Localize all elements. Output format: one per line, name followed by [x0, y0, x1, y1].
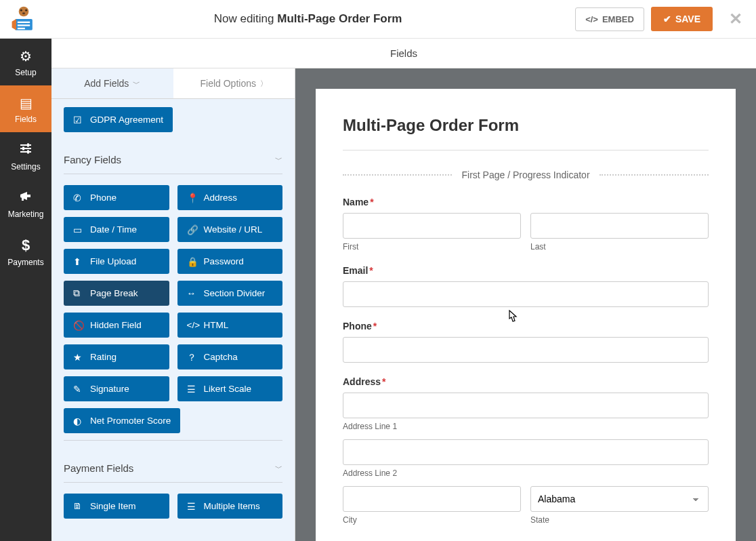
field-html[interactable]: </>HTML	[177, 313, 283, 338]
code-icon: </>	[187, 320, 197, 330]
svg-rect-9	[20, 148, 31, 149]
chevron-down-icon: ﹀	[275, 155, 282, 165]
svg-rect-8	[20, 144, 31, 146]
svg-rect-15	[22, 197, 24, 201]
svg-rect-5	[18, 22, 30, 23]
question-icon: ？	[187, 352, 197, 362]
file-icon: 🗎	[73, 501, 83, 511]
bullhorn-icon	[3, 189, 49, 206]
field-rating[interactable]: ★Rating	[64, 344, 169, 369]
field-net-promoter-score[interactable]: ◐Net Promoter Score	[64, 408, 180, 433]
calendar-icon: ▭	[73, 224, 83, 235]
sidenav: ⚙ Setup ▤ Fields Settings Marketing $ Pa…	[0, 39, 51, 541]
now-editing-label: Now editing Multi-Page Order Form	[41, 12, 575, 26]
svg-rect-11	[27, 144, 29, 147]
tab-fields[interactable]: Fields	[370, 39, 438, 68]
form-title: Multi-Page Order Form	[343, 116, 709, 151]
field-name[interactable]: Name* First Last	[343, 197, 709, 252]
field-email[interactable]: Email*	[343, 265, 709, 307]
divider-icon: ↔	[187, 288, 197, 298]
svg-rect-12	[22, 147, 24, 151]
field-address[interactable]: Address* Address Line 1 Address Line 2 C…	[343, 376, 709, 525]
field-page-break[interactable]: ⧉Page Break	[64, 281, 169, 306]
name-last-input[interactable]	[530, 213, 709, 239]
check-icon: ✔	[663, 14, 671, 24]
field-website-url[interactable]: 🔗Website / URL	[177, 217, 283, 242]
sidenav-setup[interactable]: ⚙ Setup	[0, 39, 51, 85]
field-likert-scale[interactable]: ☰Likert Scale	[177, 376, 283, 401]
address-state-select[interactable]: Alabama	[530, 486, 709, 512]
eye-off-icon: 🚫	[73, 320, 83, 330]
sublabel-city: City	[343, 515, 521, 525]
sidenav-marketing[interactable]: Marketing	[0, 180, 51, 227]
svg-point-2	[25, 9, 27, 12]
field-hidden-field[interactable]: 🚫Hidden Field	[64, 313, 169, 338]
dollar-icon: $	[3, 237, 49, 254]
pencil-icon: ✎	[73, 384, 83, 394]
svg-rect-13	[27, 151, 29, 154]
svg-rect-7	[18, 28, 25, 29]
map-pin-icon: 📍	[187, 193, 197, 203]
chevron-right-icon: 〉	[260, 79, 268, 89]
field-date-time[interactable]: ▭Date / Time	[64, 217, 169, 242]
list-icon: ▤	[3, 95, 49, 111]
svg-point-1	[20, 9, 22, 12]
field-file-upload[interactable]: ⬆File Upload	[64, 249, 169, 274]
embed-button[interactable]: </>EMBED	[575, 7, 644, 31]
section-payment-fields[interactable]: Payment Fields ﹀	[64, 450, 282, 483]
upload-icon: ⬆	[73, 256, 83, 266]
sublabel-state: State	[530, 515, 709, 525]
svg-point-0	[19, 7, 29, 17]
workspace-tabbar: Fields	[51, 39, 756, 68]
wpforms-logo	[7, 2, 41, 36]
sidenav-payments[interactable]: $ Payments	[0, 227, 51, 275]
address-city-input[interactable]	[343, 486, 521, 512]
address-line1-input[interactable]	[343, 393, 709, 418]
field-phone[interactable]: Phone*	[343, 321, 709, 363]
link-icon: 🔗	[187, 224, 197, 235]
svg-point-3	[22, 12, 25, 14]
field-multiple-items[interactable]: ☰Multiple Items	[177, 494, 283, 519]
phone-icon: ✆	[73, 193, 83, 203]
name-first-input[interactable]	[343, 213, 521, 239]
progress-indicator: First Page / Progress Indicator	[343, 169, 709, 180]
sublabel-line1: Address Line 1	[343, 422, 709, 431]
svg-rect-6	[18, 24, 30, 26]
field-password[interactable]: 🔒Password	[177, 249, 283, 274]
phone-input[interactable]	[343, 337, 709, 363]
fields-panel: Add Fields﹀ Field Options〉 ☑ GDPR Agreem…	[51, 68, 295, 541]
pagebreak-icon: ⧉	[73, 288, 83, 298]
save-button[interactable]: ✔SAVE	[651, 7, 713, 31]
likert-icon: ☰	[187, 384, 197, 394]
section-fancy-fields[interactable]: Fancy Fields ﹀	[64, 142, 282, 174]
panel-tab-add-fields[interactable]: Add Fields﹀	[51, 68, 173, 98]
chevron-down-icon: ﹀	[133, 79, 140, 89]
star-icon: ★	[73, 352, 83, 362]
field-single-item[interactable]: 🗎Single Item	[64, 494, 169, 519]
field-address[interactable]: 📍Address	[177, 185, 283, 210]
panel-tab-field-options[interactable]: Field Options〉	[173, 68, 295, 98]
field-gdpr-agreement[interactable]: ☑ GDPR Agreement	[64, 107, 173, 132]
close-icon[interactable]: ✕	[729, 9, 742, 28]
sliders-icon	[3, 142, 49, 159]
sublabel-first: First	[343, 242, 521, 252]
svg-rect-10	[20, 151, 31, 153]
code-icon: </>	[585, 14, 598, 24]
sidenav-fields[interactable]: ▤ Fields	[0, 85, 51, 132]
sidenav-settings[interactable]: Settings	[0, 132, 51, 180]
field-phone[interactable]: ✆Phone	[64, 185, 169, 210]
field-signature[interactable]: ✎Signature	[64, 376, 169, 401]
canvas-scroll[interactable]: Multi-Page Order Form First Page / Progr…	[295, 68, 756, 541]
field-captcha[interactable]: ？Captcha	[177, 344, 283, 369]
check-square-icon: ☑	[73, 115, 83, 125]
form-canvas: Multi-Page Order Form First Page / Progr…	[316, 89, 736, 541]
sublabel-last: Last	[530, 242, 709, 252]
email-input[interactable]	[343, 281, 709, 307]
svg-rect-14	[27, 195, 30, 197]
lock-icon: 🔒	[187, 256, 197, 266]
field-section-divider[interactable]: ↔Section Divider	[177, 281, 283, 306]
gauge-icon: ◐	[73, 416, 83, 426]
list-icon: ☰	[187, 501, 197, 511]
address-line2-input[interactable]	[343, 439, 709, 465]
chevron-down-icon: ﹀	[275, 463, 282, 473]
